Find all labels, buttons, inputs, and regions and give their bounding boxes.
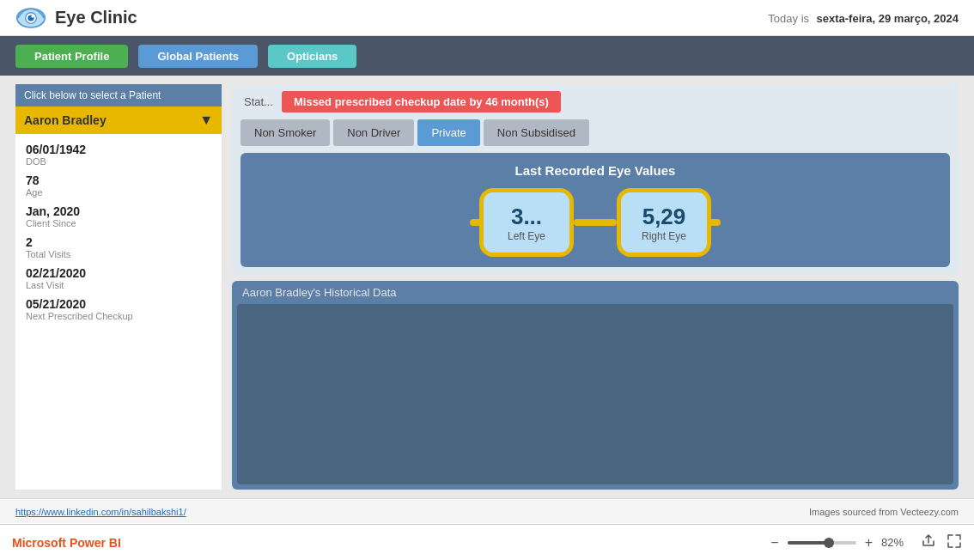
patient-info-panel: 06/01/1942 DOB 78 Age Jan, 2020 Client S…	[15, 134, 222, 490]
today-label: Today is	[768, 12, 809, 25]
zoom-out-button[interactable]: −	[767, 535, 782, 551]
footer-credit: Images sourced from Vecteezy.com	[809, 507, 959, 517]
patient-select-label: Click below to select a Patient	[15, 84, 222, 107]
eye-logo-icon	[15, 3, 46, 33]
header-date: Today is sexta-feira, 29 março, 2024	[768, 10, 959, 26]
dob-label: DOB	[26, 156, 211, 167]
total-visits-label: Total Visits	[26, 249, 211, 259]
zoom-slider-fill	[788, 541, 829, 545]
svg-point-3	[31, 15, 33, 17]
app-title: Eye Clinic	[55, 8, 137, 27]
right-eye-value: 5,29	[642, 204, 686, 230]
zoom-slider-thumb	[824, 538, 834, 548]
client-since-value: Jan, 2020	[26, 204, 211, 218]
glasses-display: 3... Left Eye 5,29 Right Eye	[479, 188, 711, 257]
dropdown-chevron-icon: ▼	[199, 113, 213, 128]
total-visits-value: 2	[26, 235, 211, 249]
next-checkup-label: Next Prescribed Checkup	[26, 311, 211, 321]
patient-tag-0: Non Smoker	[240, 119, 330, 146]
left-eye-value: 3...	[511, 204, 542, 230]
eye-values-title: Last Recorded Eye Values	[515, 163, 676, 178]
last-visit-row: 02/21/2020 Last Visit	[26, 266, 211, 290]
client-since-label: Client Since	[26, 218, 211, 228]
patient-dropdown[interactable]: Aaron Bradley ▼	[15, 107, 222, 134]
patient-tag-2: Private	[417, 119, 479, 146]
right-panel: Stat... Missed prescribed checkup date b…	[232, 84, 959, 490]
powerbi-controls: − + 82%	[767, 533, 962, 552]
patient-tag-3: Non Subsidised	[484, 119, 589, 146]
today-date: sexta-feira, 29 março, 2024	[817, 12, 959, 25]
patient-tag-1: Non Driver	[333, 119, 414, 146]
zoom-in-button[interactable]: +	[861, 535, 876, 551]
dob-value: 06/01/1942	[26, 143, 211, 156]
footer-link[interactable]: https://www.linkedin.com/in/sahilbakshi1…	[15, 507, 186, 517]
right-eye-label: Right Eye	[642, 230, 686, 242]
age-row: 78 Age	[26, 173, 211, 198]
fullscreen-icon[interactable]	[947, 533, 962, 552]
last-visit-label: Last Visit	[26, 280, 211, 290]
next-checkup-row: 05/21/2020 Next Prescribed Checkup	[26, 297, 211, 321]
zoom-level: 82%	[881, 536, 912, 549]
status-label: Stat...	[244, 95, 273, 108]
right-eye-lens: 5,29 Right Eye	[617, 188, 711, 257]
dob-row: 06/01/1942 DOB	[26, 143, 211, 167]
patient-tags: Non SmokerNon DriverPrivateNon Subsidise…	[240, 119, 950, 146]
status-badge: Missed prescribed checkup date by 46 mon…	[282, 91, 561, 113]
status-row: Stat... Missed prescribed checkup date b…	[240, 91, 950, 113]
historical-chart-area	[237, 304, 953, 484]
last-visit-value: 02/21/2020	[26, 266, 211, 280]
zoom-controls: − + 82%	[767, 535, 912, 551]
nav-patient-profile[interactable]: Patient Profile	[15, 45, 128, 68]
header: Eye Clinic Today is sexta-feira, 29 març…	[0, 0, 974, 36]
age-value: 78	[26, 173, 211, 187]
right-top-section: Stat... Missed prescribed checkup date b…	[232, 84, 959, 274]
header-left: Eye Clinic	[15, 3, 137, 33]
eye-values-section: Last Recorded Eye Values 3... Left Eye 5…	[240, 153, 950, 267]
nav-global-patients[interactable]: Global Patients	[138, 45, 258, 68]
historical-section: Aaron Bradley's Historical Data	[232, 281, 959, 490]
historical-title: Aaron Bradley's Historical Data	[232, 281, 959, 304]
selected-patient-name: Aaron Bradley	[24, 113, 107, 127]
footer: https://www.linkedin.com/in/sahilbakshi1…	[0, 498, 974, 524]
client-since-row: Jan, 2020 Client Since	[26, 204, 211, 228]
left-panel: Click below to select a Patient Aaron Br…	[15, 84, 222, 490]
zoom-slider[interactable]	[788, 541, 856, 545]
left-eye-lens: 3... Left Eye	[479, 188, 574, 257]
glasses-bridge	[574, 219, 617, 226]
main-content: Click below to select a Patient Aaron Br…	[0, 76, 974, 498]
share-icon[interactable]	[921, 533, 936, 552]
age-label: Age	[26, 187, 211, 198]
powerbi-action-icons	[921, 533, 962, 552]
powerbi-bar: Microsoft Power BI − + 82%	[0, 524, 974, 560]
nav-opticians[interactable]: Opticians	[268, 45, 356, 68]
next-checkup-value: 05/21/2020	[26, 297, 211, 311]
powerbi-link[interactable]: Microsoft Power BI	[12, 536, 121, 550]
nav-bar: Patient Profile Global Patients Optician…	[0, 36, 974, 76]
left-eye-label: Left Eye	[508, 230, 545, 242]
total-visits-row: 2 Total Visits	[26, 235, 211, 259]
